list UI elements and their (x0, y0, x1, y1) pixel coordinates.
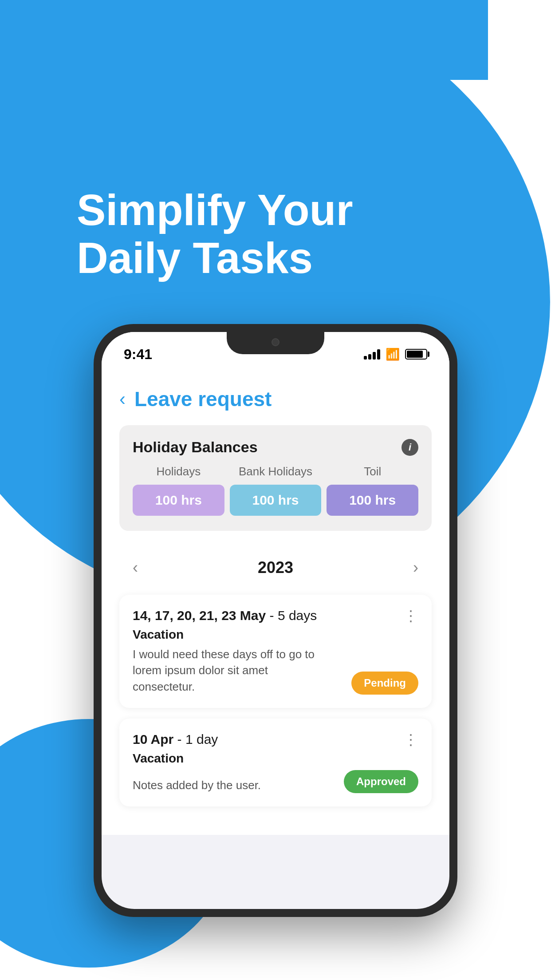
balances-values: 100 hrs 100 hrs 100 hrs (133, 485, 418, 516)
leave-card-1-header: 14, 17, 20, 21, 23 May - 5 days ⋮ (133, 608, 418, 623)
leave-date-1: 14, 17, 20, 21, 23 May - 5 days (133, 608, 317, 623)
phone-screen: 9:41 📶 ‹ (102, 332, 449, 909)
prev-year-button[interactable]: ‹ (124, 554, 147, 581)
leave-footer-2: Notes added by the user. Approved (133, 770, 418, 793)
app-content: ‹ Leave request Holiday Balances i Holid… (102, 368, 449, 835)
leave-card-2-header: 10 Apr - 1 day ⋮ (133, 732, 418, 747)
phone-notch (227, 332, 324, 354)
leave-more-button-2[interactable]: ⋮ (403, 732, 418, 747)
balances-title: Holiday Balances (133, 439, 258, 456)
status-time: 9:41 (124, 346, 152, 363)
phone-mockup: 9:41 📶 ‹ (94, 324, 457, 917)
balance-label-holidays: Holidays (133, 465, 224, 478)
balance-pill-bank-holidays: 100 hrs (230, 485, 322, 516)
signal-icon (364, 349, 380, 360)
headline: Simplify Your Daily Tasks (77, 186, 353, 282)
phone-camera (272, 338, 279, 346)
battery-icon (405, 349, 427, 360)
status-badge-2: Approved (344, 770, 418, 793)
balance-pill-holidays: 100 hrs (133, 485, 224, 516)
year-label: 2023 (258, 558, 293, 577)
back-button[interactable]: ‹ (119, 390, 126, 408)
wifi-icon: 📶 (386, 348, 400, 361)
balances-card: Holiday Balances i Holidays Bank Holiday… (119, 425, 432, 531)
balance-label-toil: Toil (327, 465, 418, 478)
leave-card-2: 10 Apr - 1 day ⋮ Vacation Notes added by… (119, 719, 432, 806)
headline-line2: Daily Tasks (77, 234, 353, 282)
leave-note-1: I would need these days off to go to lor… (133, 646, 319, 695)
headline-line1: Simplify Your (77, 186, 353, 234)
leave-date-2: 10 Apr - 1 day (133, 732, 218, 747)
leave-type-1: Vacation (133, 628, 418, 642)
svg-rect-2 (0, 0, 488, 80)
status-badge-1: Pending (351, 672, 418, 695)
leave-card-1: 14, 17, 20, 21, 23 May - 5 days ⋮ Vacati… (119, 595, 432, 708)
info-icon[interactable]: i (401, 439, 418, 456)
leave-footer-1: I would need these days off to go to lor… (133, 646, 418, 695)
page-title: Leave request (134, 387, 272, 411)
leave-more-button-1[interactable]: ⋮ (403, 608, 418, 623)
balances-labels: Holidays Bank Holidays Toil (133, 465, 418, 478)
phone-frame: 9:41 📶 ‹ (94, 324, 457, 917)
leave-note-2: Notes added by the user. (133, 777, 319, 793)
balance-label-bank-holidays: Bank Holidays (230, 465, 322, 478)
balance-pill-toil: 100 hrs (327, 485, 418, 516)
next-year-button[interactable]: › (404, 554, 427, 581)
balances-header: Holiday Balances i (133, 439, 418, 456)
leave-type-2: Vacation (133, 751, 418, 766)
status-icons: 📶 (364, 348, 427, 361)
year-nav: ‹ 2023 › (119, 545, 432, 595)
app-header: ‹ Leave request (119, 376, 432, 425)
